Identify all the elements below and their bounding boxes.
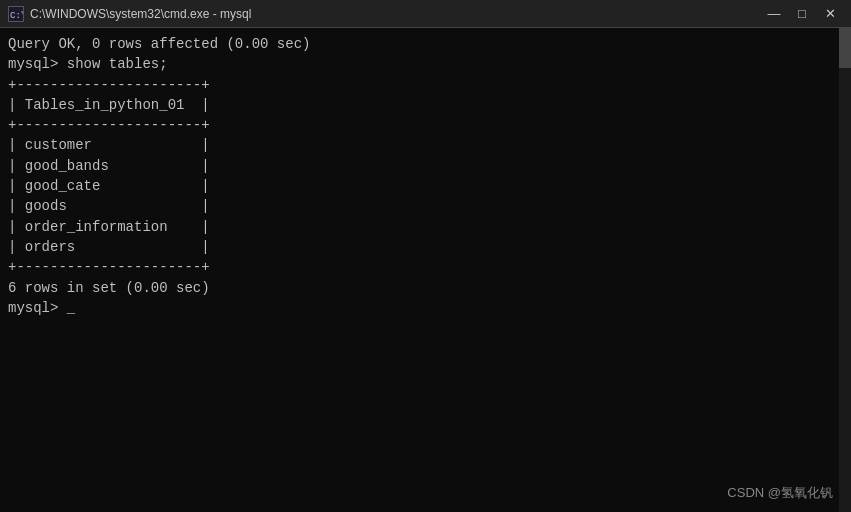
terminal-body[interactable]: Query OK, 0 rows affected (0.00 sec)mysq… [0, 28, 851, 512]
close-button[interactable]: ✕ [817, 4, 843, 24]
scrollbar[interactable] [839, 28, 851, 512]
terminal-line-row5: | order_information | [8, 217, 843, 237]
title-bar-left: C:\ C:\WINDOWS\system32\cmd.exe - mysql [8, 6, 251, 22]
watermark: CSDN @氢氧化钒 [727, 484, 833, 502]
terminal-line-row2: | good_bands | [8, 156, 843, 176]
cmd-icon: C:\ [8, 6, 24, 22]
svg-text:C:\: C:\ [10, 11, 23, 21]
window-controls: — □ ✕ [761, 4, 843, 24]
terminal-line-result: 6 rows in set (0.00 sec) [8, 278, 843, 298]
terminal-output: Query OK, 0 rows affected (0.00 sec)mysq… [8, 34, 843, 318]
terminal-line-row3: | good_cate | [8, 176, 843, 196]
terminal-line-query-ok: Query OK, 0 rows affected (0.00 sec) [8, 34, 843, 54]
minimize-button[interactable]: — [761, 4, 787, 24]
terminal-line-border-top: +----------------------+ [8, 75, 843, 95]
terminal-line-prompt1: mysql> show tables; [8, 54, 843, 74]
terminal-line-prompt2: mysql> _ [8, 298, 843, 318]
title-bar: C:\ C:\WINDOWS\system32\cmd.exe - mysql … [0, 0, 851, 28]
terminal-line-row1: | customer | [8, 135, 843, 155]
terminal-line-border-mid: +----------------------+ [8, 115, 843, 135]
scrollbar-thumb[interactable] [839, 28, 851, 68]
terminal-line-header: | Tables_in_python_01 | [8, 95, 843, 115]
terminal-line-row6: | orders | [8, 237, 843, 257]
maximize-button[interactable]: □ [789, 4, 815, 24]
terminal-line-row4: | goods | [8, 196, 843, 216]
window-title: C:\WINDOWS\system32\cmd.exe - mysql [30, 7, 251, 21]
terminal-line-border-bot: +----------------------+ [8, 257, 843, 277]
